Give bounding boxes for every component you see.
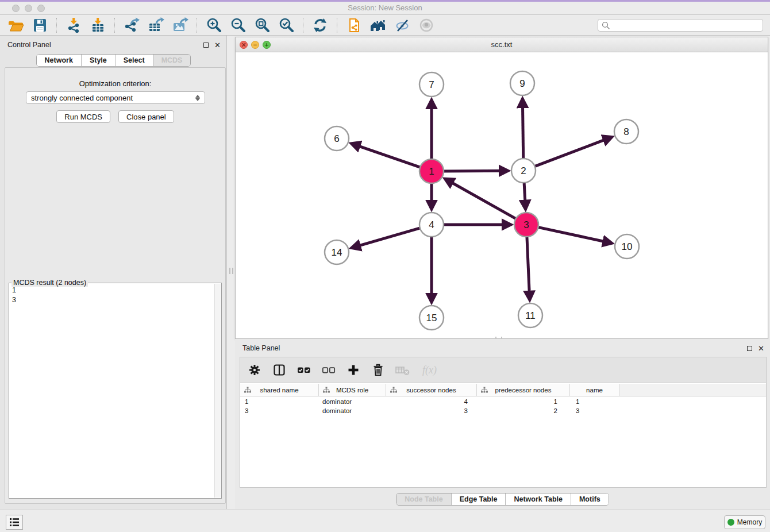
- export-image-button[interactable]: [170, 16, 190, 34]
- refresh-layout-button[interactable]: [310, 16, 330, 34]
- float-panel-icon[interactable]: [203, 43, 209, 48]
- task-list-button[interactable]: [6, 515, 23, 530]
- deselect-all-columns-button[interactable]: [321, 363, 336, 377]
- network-window-titlebar: ✕ − + scc.txt: [236, 37, 768, 52]
- graph-edge-3-11[interactable]: [527, 235, 530, 299]
- search-input[interactable]: [598, 19, 763, 32]
- column-label: predecessor nodes: [495, 387, 552, 394]
- toolbar-separator: [303, 18, 303, 33]
- table-header: shared name MCDS role successor nodes pr…: [240, 384, 766, 396]
- tab-node-table[interactable]: Node Table: [396, 494, 451, 505]
- graph-node-15[interactable]: 15: [419, 306, 444, 330]
- tab-motifs[interactable]: Motifs: [571, 494, 609, 505]
- select-all-columns-button[interactable]: [297, 363, 311, 377]
- float-table-panel-icon[interactable]: [747, 346, 752, 351]
- hide-details-button[interactable]: [392, 16, 413, 34]
- minimize-window-button[interactable]: [25, 5, 32, 12]
- memory-button[interactable]: Memory: [724, 515, 765, 529]
- toolbar-separator: [197, 18, 197, 33]
- zoom-fit-button[interactable]: [252, 16, 272, 34]
- maximize-window-button[interactable]: [37, 5, 45, 12]
- attribute-icon: [323, 387, 330, 394]
- graph-node-1[interactable]: 1: [419, 159, 444, 183]
- graph-node-14[interactable]: 14: [325, 240, 349, 264]
- memory-status-dot: [727, 519, 734, 526]
- graph-node-2[interactable]: 2: [511, 159, 536, 183]
- graph-edge-2-8[interactable]: [533, 137, 611, 167]
- graph-edge-1-6[interactable]: [352, 144, 422, 168]
- result-scrollbar[interactable]: [214, 284, 221, 498]
- tab-network-table[interactable]: Network Table: [505, 494, 571, 505]
- zoom-selected-button[interactable]: [276, 16, 297, 34]
- delete-table-icon: [395, 364, 410, 376]
- graph-edge-2-3[interactable]: [524, 181, 526, 209]
- delete-column-button[interactable]: [371, 363, 386, 377]
- column-label: successor nodes: [406, 387, 456, 394]
- tab-network[interactable]: Network: [37, 55, 81, 66]
- minimize-network-button[interactable]: −: [251, 41, 259, 49]
- close-table-panel-icon[interactable]: ✕: [758, 345, 764, 352]
- tab-mcds[interactable]: MCDS: [153, 55, 191, 66]
- close-network-button[interactable]: ✕: [240, 41, 248, 49]
- eye-slash-icon: [394, 17, 411, 34]
- graph-node-4[interactable]: 4: [419, 213, 444, 237]
- close-panel-icon[interactable]: ✕: [214, 41, 221, 49]
- optimization-criterion-select[interactable]: strongly connected component: [26, 91, 205, 104]
- network-from-file-button[interactable]: [344, 16, 364, 34]
- zoom-in-button[interactable]: [203, 16, 224, 34]
- home-button[interactable]: [368, 16, 388, 34]
- graph-node-9[interactable]: 9: [510, 71, 534, 95]
- close-window-button[interactable]: [12, 5, 20, 12]
- graph-node-11[interactable]: 11: [518, 303, 542, 327]
- show-details-button: [416, 16, 437, 34]
- network-view-window: ✕ − + scc.txt 7968124314101511: [235, 37, 768, 339]
- mcds-result-list[interactable]: 1 3: [10, 286, 213, 497]
- table-settings-button[interactable]: [247, 363, 262, 377]
- control-panel-header: Control Panel ✕: [0, 36, 226, 54]
- column-header-shared-name[interactable]: shared name: [240, 384, 319, 396]
- result-line: 1: [12, 286, 213, 295]
- close-panel-button[interactable]: Close panel: [118, 110, 174, 123]
- graph-node-10[interactable]: 10: [615, 234, 639, 259]
- split-columns-icon: [273, 364, 286, 376]
- graph-node-6[interactable]: 6: [325, 126, 349, 151]
- graph-edge-3-1[interactable]: [445, 179, 517, 219]
- svg-text:f(x): f(x): [422, 364, 437, 376]
- zoom-selected-icon: [278, 17, 295, 34]
- graph-edge-1-2[interactable]: [442, 171, 507, 171]
- table-cell: dominator: [319, 407, 386, 414]
- export-table-button[interactable]: [145, 16, 166, 34]
- open-session-button[interactable]: [5, 16, 26, 34]
- graph-node-7[interactable]: 7: [419, 72, 444, 97]
- import-network-button[interactable]: [63, 16, 84, 34]
- graph-node-3[interactable]: 3: [514, 213, 538, 237]
- zoom-fit-icon: [253, 17, 271, 34]
- graph-edge-4-14[interactable]: [352, 228, 422, 248]
- column-header-mcds-role[interactable]: MCDS role: [319, 384, 386, 396]
- graph-edge-3-10[interactable]: [537, 227, 611, 243]
- tab-edge-table[interactable]: Edge Table: [451, 494, 506, 505]
- panel-splitter-handle[interactable]: [229, 268, 233, 274]
- export-network-button[interactable]: [121, 16, 142, 34]
- network-canvas[interactable]: 7968124314101511: [236, 52, 768, 338]
- import-table-button[interactable]: [87, 16, 108, 34]
- column-header-name[interactable]: name: [570, 384, 619, 396]
- add-column-button[interactable]: [346, 363, 361, 377]
- zoom-out-button[interactable]: [228, 16, 248, 34]
- tab-select[interactable]: Select: [115, 55, 153, 66]
- table-row[interactable]: 1dominator411: [240, 397, 766, 406]
- maximize-network-button[interactable]: +: [263, 41, 271, 49]
- run-mcds-button[interactable]: Run MCDS: [56, 110, 110, 123]
- table-row[interactable]: 3dominator323: [240, 406, 766, 415]
- zoom-in-icon: [205, 17, 222, 34]
- table-cell: 1: [477, 398, 570, 405]
- save-session-button[interactable]: [29, 16, 50, 34]
- column-header-predecessor-nodes[interactable]: predecessor nodes: [477, 384, 570, 396]
- graph-edge-2-9[interactable]: [522, 99, 523, 160]
- split-view-button[interactable]: [272, 363, 287, 377]
- network-graph: 7968124314101511: [236, 52, 768, 338]
- mcds-result-box: MCDS result (2 nodes) 1 3: [9, 283, 222, 499]
- graph-node-8[interactable]: 8: [614, 119, 638, 144]
- column-header-successor-nodes[interactable]: successor nodes: [386, 384, 477, 396]
- tab-style[interactable]: Style: [81, 55, 115, 66]
